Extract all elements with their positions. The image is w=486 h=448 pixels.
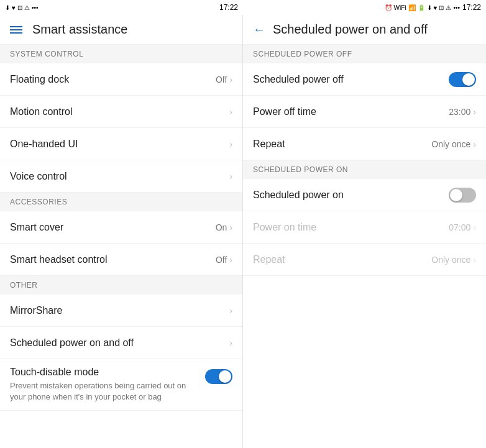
- right-health-icon: ♥: [434, 4, 438, 11]
- chevron-icon: ›: [229, 171, 232, 181]
- chevron-icon: ›: [229, 107, 232, 117]
- left-status-icons: ⬇ ♥ ⊡ ⚠ •••: [5, 4, 38, 11]
- scheduled-power-on-toggle[interactable]: [449, 188, 476, 203]
- right-panel-title: Scheduled power on and off: [273, 22, 428, 37]
- touch-disable-title: Touch-disable mode: [10, 367, 198, 378]
- scheduled-power-off-toggle[interactable]: [449, 72, 476, 87]
- more-icon: •••: [32, 4, 39, 11]
- right-warning-icon: ⚠: [446, 4, 451, 11]
- right-header: ← Scheduled power on and off: [243, 15, 486, 45]
- list-item-mirrorshare[interactable]: MirrorShare ›: [0, 295, 242, 327]
- right-panel: ← Scheduled power on and off SCHEDULED P…: [243, 15, 486, 448]
- list-item-one-handed-ui[interactable]: One-handed UI ›: [0, 128, 242, 160]
- battery-icon: 🔋: [418, 4, 425, 11]
- status-bar: ⬇ ♥ ⊡ ⚠ ••• 17:22 ⏰ WiFi 📶 🔋 ⬇ ♥ ⊡ ⚠ •••…: [0, 0, 486, 15]
- right-item-repeat-off[interactable]: Repeat Only once ›: [243, 128, 486, 160]
- right-more-icon: •••: [453, 4, 460, 11]
- signal-icon: 📶: [408, 4, 416, 11]
- back-arrow-icon[interactable]: ←: [253, 22, 265, 37]
- status-bar-left: ⬇ ♥ ⊡ ⚠ ••• 17:22: [0, 0, 243, 15]
- left-panel-title: Smart assistance: [32, 22, 127, 37]
- section-header-system: SYSTEM CONTROL: [0, 45, 242, 63]
- chevron-right-icon: ›: [473, 139, 476, 149]
- list-item-touch-disable[interactable]: Touch-disable mode Prevent mistaken oper…: [0, 359, 242, 411]
- right-item-scheduled-power-off[interactable]: Scheduled power off: [243, 63, 486, 96]
- list-item-voice-control[interactable]: Voice control ›: [0, 160, 242, 193]
- touch-disable-toggle[interactable]: [205, 369, 232, 384]
- main-content: Smart assistance SYSTEM CONTROL Floating…: [0, 15, 486, 448]
- right-item-scheduled-power-on[interactable]: Scheduled power on: [243, 179, 486, 211]
- alarm-icon: ⏰: [385, 4, 392, 11]
- chevron-right-icon-disabled: ›: [473, 222, 476, 232]
- section-header-power-off: SCHEDULED POWER OFF: [243, 45, 486, 63]
- list-item-motion-control[interactable]: Motion control ›: [0, 96, 242, 128]
- right-clipboard-icon: ⊡: [439, 4, 444, 11]
- chevron-icon: ›: [229, 139, 232, 149]
- chevron-icon: ›: [229, 75, 232, 85]
- left-panel: Smart assistance SYSTEM CONTROL Floating…: [0, 15, 243, 448]
- right-download-icon: ⬇: [427, 4, 432, 11]
- left-header: Smart assistance: [0, 15, 242, 45]
- right-time: 17:22: [462, 3, 481, 12]
- warning-icon: ⚠: [24, 4, 30, 11]
- health-icon: ♥: [12, 4, 16, 11]
- chevron-icon: ›: [229, 306, 232, 316]
- section-header-other: OTHER: [0, 276, 242, 295]
- status-bar-right: ⏰ WiFi 📶 🔋 ⬇ ♥ ⊡ ⚠ ••• 17:22: [243, 0, 486, 15]
- list-item-floating-dock[interactable]: Floating dock Off ›: [0, 63, 242, 96]
- hamburger-icon[interactable]: [10, 24, 22, 35]
- right-item-repeat-on: Repeat Only once ›: [243, 244, 486, 276]
- right-item-power-on-time: Power on time 07:00 ›: [243, 211, 486, 244]
- list-item-scheduled-power[interactable]: Scheduled power on and off ›: [0, 327, 242, 359]
- right-item-power-off-time[interactable]: Power off time 23:00 ›: [243, 96, 486, 128]
- wifi-icon: WiFi: [394, 4, 406, 11]
- left-time: 17:22: [219, 3, 238, 12]
- chevron-icon: ›: [229, 338, 232, 348]
- download-icon: ⬇: [5, 4, 10, 11]
- touch-disable-desc: Prevent mistaken operations being carrie…: [10, 380, 198, 403]
- list-item-smart-headset[interactable]: Smart headset control Off ›: [0, 244, 242, 276]
- section-header-power-on: SCHEDULED POWER ON: [243, 160, 486, 179]
- chevron-right-icon-disabled: ›: [473, 255, 476, 265]
- right-status-icons: ⏰ WiFi 📶 🔋 ⬇ ♥ ⊡ ⚠ •••: [385, 4, 460, 11]
- chevron-right-icon: ›: [473, 107, 476, 117]
- section-header-accessories: ACCESSORIES: [0, 193, 242, 211]
- list-item-smart-cover[interactable]: Smart cover On ›: [0, 211, 242, 244]
- chevron-icon: ›: [229, 222, 232, 232]
- chevron-icon: ›: [229, 255, 232, 265]
- clipboard-icon: ⊡: [17, 4, 22, 11]
